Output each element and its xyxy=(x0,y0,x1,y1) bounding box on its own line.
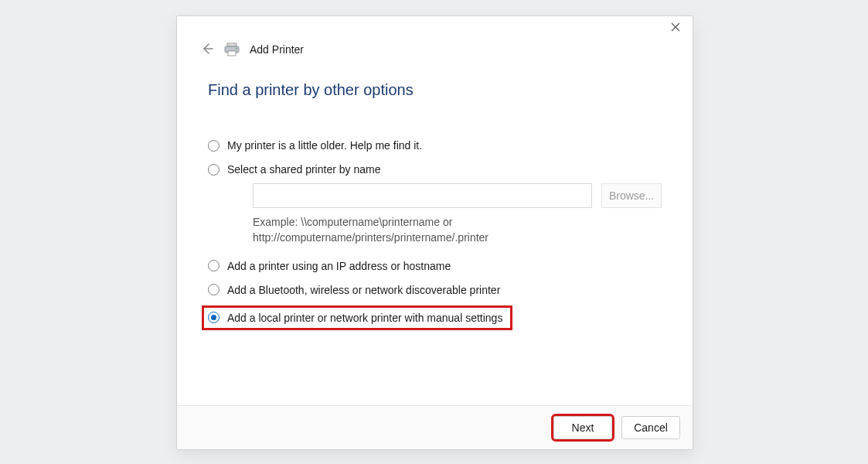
example-line-1: Example: \\computername\printername or xyxy=(253,216,452,228)
back-arrow-icon xyxy=(200,42,214,58)
shared-printer-details: Browse... Example: \\computername\printe… xyxy=(253,183,662,246)
radio-icon xyxy=(208,140,220,152)
titlebar xyxy=(177,16,693,43)
next-button[interactable]: Next xyxy=(553,416,612,439)
page-heading: Find a printer by other options xyxy=(208,81,662,99)
dialog-title: Add Printer xyxy=(250,43,304,56)
radio-icon xyxy=(208,312,220,323)
svg-point-3 xyxy=(236,48,237,49)
printer-icon xyxy=(223,43,240,56)
add-printer-dialog: Add Printer Find a printer by other opti… xyxy=(176,15,693,450)
cancel-button[interactable]: Cancel xyxy=(621,416,680,439)
dialog-header: Add Printer xyxy=(177,43,693,56)
radio-icon xyxy=(208,164,220,176)
option-label: Select a shared printer by name xyxy=(227,163,380,176)
svg-rect-2 xyxy=(228,51,236,56)
radio-icon xyxy=(208,284,220,295)
option-bluetooth-wireless[interactable]: Add a Bluetooth, wireless or network dis… xyxy=(208,284,662,296)
example-text: Example: \\computername\printername or h… xyxy=(253,214,593,246)
radio-icon xyxy=(208,260,220,271)
back-button[interactable] xyxy=(200,43,214,56)
close-icon xyxy=(671,22,680,34)
option-label: Add a printer using an IP address or hos… xyxy=(227,260,451,272)
option-shared-printer[interactable]: Select a shared printer by name xyxy=(208,163,662,176)
option-label: Add a Bluetooth, wireless or network dis… xyxy=(227,284,500,296)
close-button[interactable] xyxy=(659,16,693,39)
option-older-printer[interactable]: My printer is a little older. Help me fi… xyxy=(208,139,662,152)
option-ip-address[interactable]: Add a printer using an IP address or hos… xyxy=(208,260,662,272)
svg-rect-0 xyxy=(227,43,237,46)
shared-printer-path-input[interactable] xyxy=(253,183,592,208)
browse-button: Browse... xyxy=(601,183,662,208)
option-label: Add a local printer or network printer w… xyxy=(227,312,502,324)
option-local-printer[interactable]: Add a local printer or network printer w… xyxy=(202,305,512,330)
dialog-footer: Next Cancel xyxy=(177,405,693,449)
options-group: My printer is a little older. Help me fi… xyxy=(208,139,662,338)
example-line-2: http://computername/printers/printername… xyxy=(253,231,488,244)
option-label: My printer is a little older. Help me fi… xyxy=(227,139,422,152)
